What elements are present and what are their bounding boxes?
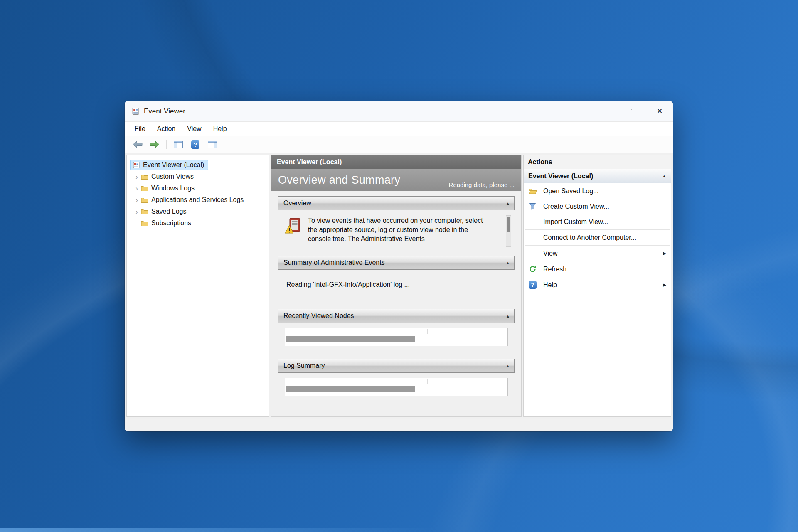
loading-table-placeholder	[285, 328, 508, 346]
event-viewer-node-icon	[133, 161, 140, 169]
action-create-custom-view[interactable]: Create Custom View...	[524, 199, 671, 214]
icon-spacer	[529, 234, 539, 242]
tree-node-event-viewer-local[interactable]: Event Viewer (Local)	[127, 159, 269, 171]
node-header-label: Event Viewer (Local)	[277, 158, 342, 166]
log-summary-section-header[interactable]: Log Summary ▲	[278, 359, 515, 373]
placeholder-column-divider	[374, 329, 374, 334]
section-title: Recently Viewed Nodes	[283, 312, 354, 320]
action-label: Refresh	[543, 266, 566, 273]
forward-button[interactable]	[148, 138, 162, 151]
actions-group-header[interactable]: Event Viewer (Local) ▲	[524, 169, 671, 183]
action-label: Open Saved Log...	[543, 187, 598, 195]
loading-status: Reading data, please ...	[449, 181, 515, 188]
tree-node-label: Custom Views	[151, 173, 194, 180]
menu-file[interactable]: File	[129, 122, 151, 136]
folder-icon	[141, 197, 148, 203]
forward-icon	[150, 141, 160, 148]
placeholder-header-divider	[286, 335, 507, 335]
close-button[interactable]: ✕	[646, 101, 673, 121]
expand-chevron-icon[interactable]: ›	[133, 173, 141, 180]
titlebar: Event Viewer ✕	[125, 101, 673, 121]
tree-node-label: Windows Logs	[151, 185, 195, 192]
menu-action[interactable]: Action	[151, 122, 181, 136]
collapse-arrow-icon[interactable]: ▲	[506, 261, 510, 265]
action-label: Connect to Another Computer...	[543, 234, 636, 241]
actions-group-label: Event Viewer (Local)	[528, 172, 593, 180]
recent-nodes-section-body	[278, 323, 515, 354]
admin-events-section: Summary of Administrative Events ▲ Readi…	[278, 256, 515, 304]
show-console-tree-button[interactable]	[171, 138, 185, 151]
tree-node-label: Saved Logs	[151, 208, 187, 215]
loading-progress-bar	[286, 386, 415, 392]
action-label: Create Custom View...	[543, 203, 609, 210]
tree-node-subscriptions[interactable]: Subscriptions	[127, 217, 269, 229]
loading-table-placeholder	[285, 378, 508, 396]
expand-chevron-icon[interactable]: ›	[133, 208, 141, 215]
menu-view[interactable]: View	[181, 122, 207, 136]
collapse-arrow-icon[interactable]: ▲	[506, 201, 510, 206]
collapse-arrow-icon[interactable]: ▲	[506, 364, 510, 368]
status-cell	[618, 419, 673, 431]
console-tree-icon	[174, 141, 183, 148]
recent-nodes-section: Recently Viewed Nodes ▲	[278, 309, 515, 354]
action-import-custom-view[interactable]: Import Custom View...	[524, 214, 671, 229]
icon-spacer	[529, 249, 539, 258]
admin-events-section-body: Reading 'Intel-GFX-Info/Application' log…	[278, 270, 515, 304]
actions-pane-title: Actions	[524, 155, 671, 169]
action-label: Help	[543, 281, 557, 289]
page-title-bar: Overview and Summary Reading data, pleas…	[271, 169, 521, 191]
action-connect-to-another-computer[interactable]: Connect to Another Computer...	[524, 230, 671, 245]
overview-section: Overview ▲	[278, 196, 515, 251]
scrollbar-thumb[interactable]	[507, 217, 510, 232]
maximize-button[interactable]	[620, 101, 646, 121]
recent-nodes-section-header[interactable]: Recently Viewed Nodes ▲	[278, 309, 515, 323]
actions-pane: Actions Event Viewer (Local) ▲ Open Save…	[523, 155, 671, 417]
placeholder-header-divider	[286, 385, 507, 385]
expand-chevron-icon[interactable]: ›	[133, 185, 141, 192]
help-button[interactable]: ?	[188, 138, 202, 151]
status-spacer	[125, 419, 531, 431]
show-action-pane-button[interactable]	[205, 138, 219, 151]
action-help[interactable]: ? Help ▶	[524, 277, 671, 293]
log-summary-section-body	[278, 373, 515, 404]
overview-section-body: To view events that have occurred on you…	[278, 210, 515, 251]
help-icon: ?	[529, 281, 539, 289]
action-view[interactable]: View ▶	[524, 246, 671, 261]
overview-scrollbar[interactable]	[506, 215, 511, 247]
placeholder-column-divider	[427, 329, 428, 334]
tree-node-windows-logs[interactable]: › Windows Logs	[127, 182, 269, 194]
toolbar: ?	[125, 136, 673, 153]
collapse-arrow-icon[interactable]: ▲	[506, 314, 510, 318]
action-pane-icon	[208, 141, 217, 148]
log-summary-section: Log Summary ▲	[278, 359, 515, 404]
tree-node-label: Subscriptions	[151, 219, 191, 227]
back-button[interactable]	[131, 138, 145, 151]
actions-title-label: Actions	[528, 158, 552, 166]
action-refresh[interactable]: Refresh	[524, 261, 671, 277]
submenu-arrow-icon: ▶	[663, 282, 666, 288]
overview-section-header[interactable]: Overview ▲	[278, 196, 515, 210]
toolbar-separator	[166, 140, 167, 149]
action-open-saved-log[interactable]: Open Saved Log...	[524, 183, 671, 199]
menubar: File Action View Help	[125, 121, 673, 136]
expand-chevron-icon[interactable]: ›	[133, 197, 141, 204]
minimize-button[interactable]	[593, 101, 620, 121]
event-log-book-icon	[285, 216, 308, 246]
menu-help[interactable]: Help	[207, 122, 233, 136]
tree-node-custom-views[interactable]: › Custom Views	[127, 171, 269, 182]
back-icon	[133, 141, 143, 148]
section-title: Summary of Administrative Events	[283, 259, 385, 266]
wallpaper-glow	[0, 528, 439, 532]
main-area: Event Viewer (Local) › Custom Views ›	[125, 153, 673, 419]
tree-node-applications-services-logs[interactable]: › Applications and Services Logs	[127, 194, 269, 206]
action-label: View	[543, 250, 557, 257]
overview-text: To view events that have occurred on you…	[308, 216, 489, 246]
minimize-icon	[604, 111, 609, 112]
admin-events-section-header[interactable]: Summary of Administrative Events ▲	[278, 256, 515, 270]
section-title: Overview	[283, 200, 311, 207]
folder-icon	[141, 209, 148, 214]
tree-selection: Event Viewer (Local)	[130, 160, 208, 170]
close-icon: ✕	[657, 108, 663, 115]
tree-node-saved-logs[interactable]: › Saved Logs	[127, 206, 269, 217]
collapse-arrow-icon[interactable]: ▲	[662, 174, 666, 178]
